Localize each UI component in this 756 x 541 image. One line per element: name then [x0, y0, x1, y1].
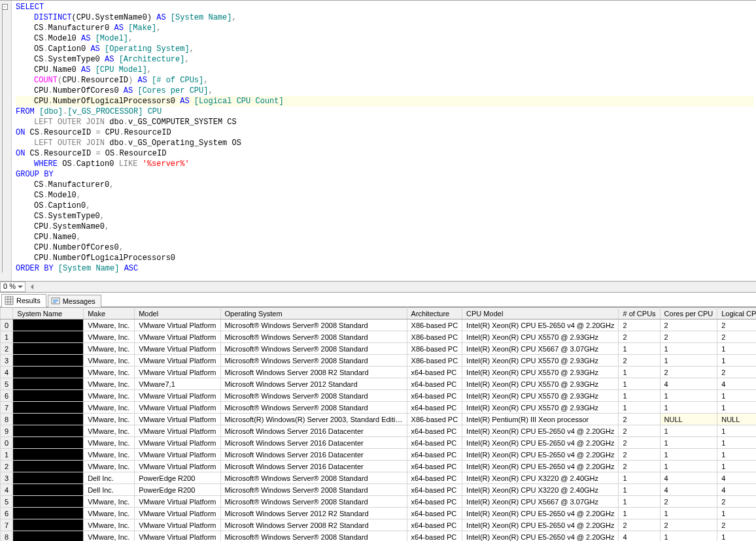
cell-arch[interactable]: X86-based PC — [407, 355, 462, 367]
cell-arch[interactable]: x64-based PC — [407, 390, 462, 402]
col-logical[interactable]: Logical CPU Count — [717, 308, 756, 320]
cell-cores[interactable]: 1 — [660, 425, 717, 437]
cell-system-name[interactable] — [13, 472, 84, 484]
cell-os[interactable]: Microsoft® Windows Server® 2008 Standard — [220, 402, 407, 414]
cell-arch[interactable]: x64-based PC — [407, 378, 462, 390]
table-row[interactable]: 4Dell Inc.PowerEdge R200Microsoft® Windo… — [1, 484, 757, 496]
cell-model[interactable]: VMware Virtual Platform — [135, 414, 220, 425]
cell-make[interactable]: VMware, Inc. — [84, 355, 135, 367]
cell-num-cpus[interactable]: 2 — [619, 449, 660, 461]
row-number[interactable]: 0 — [1, 320, 13, 331]
cell-cpu[interactable]: Intel(R) Xeon(R) CPU X5570 @ 2.93GHz — [462, 367, 619, 378]
cell-cpu[interactable]: Intel(R) Pentium(R) III Xeon processor — [462, 414, 619, 425]
cell-os[interactable]: Microsoft® Windows Server® 2008 Standard — [220, 484, 407, 496]
cell-system-name[interactable] — [13, 402, 84, 414]
table-row[interactable]: 5VMware, Inc.VMware Virtual PlatformMicr… — [1, 496, 757, 508]
cell-cores[interactable]: 1 — [660, 402, 717, 414]
sql-code[interactable]: SELECT DISTINCT(CPU.SystemName0) AS [Sys… — [13, 1, 756, 274]
cell-os[interactable]: Microsoft® Windows Server® 2008 Standard — [220, 331, 407, 343]
cell-model[interactable]: VMware Virtual Platform — [135, 496, 220, 508]
table-row[interactable]: 1VMware, Inc.VMware Virtual PlatformMicr… — [1, 331, 757, 343]
cell-logical[interactable]: 4 — [717, 472, 756, 484]
cell-system-name[interactable] — [13, 367, 84, 378]
cell-model[interactable]: VMware Virtual Platform — [135, 508, 220, 519]
cell-system-name[interactable] — [13, 484, 84, 496]
cell-cpu[interactable]: Intel(R) Xeon(R) CPU X5667 @ 3.07GHz — [462, 496, 619, 508]
cell-logical[interactable]: 1 — [717, 343, 756, 355]
row-number[interactable]: 7 — [1, 402, 13, 414]
cell-num-cpus[interactable]: 2 — [619, 320, 660, 331]
cell-cores[interactable]: 2 — [660, 519, 717, 531]
cell-cpu[interactable]: Intel(R) Xeon(R) CPU E5-2650 v4 @ 2.20GH… — [462, 508, 619, 519]
corner-cell[interactable] — [1, 308, 13, 320]
cell-cpu[interactable]: Intel(R) Xeon(R) CPU E5-2650 v4 @ 2.20GH… — [462, 449, 619, 461]
row-number[interactable]: 2 — [1, 343, 13, 355]
cell-model[interactable]: VMware Virtual Platform — [135, 437, 220, 449]
cell-model[interactable]: VMware Virtual Platform — [135, 425, 220, 437]
cell-make[interactable]: VMware, Inc. — [84, 320, 135, 331]
cell-os[interactable]: Microsoft Windows Server 2012 Standard — [220, 378, 407, 390]
cell-model[interactable]: VMware Virtual Platform — [135, 461, 220, 472]
cell-os[interactable]: Microsoft® Windows Server® 2008 Standard — [220, 390, 407, 402]
cell-make[interactable]: VMware, Inc. — [84, 390, 135, 402]
table-row[interactable]: 9VMware, Inc.VMware Virtual PlatformMicr… — [1, 425, 757, 437]
cell-arch[interactable]: x64-based PC — [407, 367, 462, 378]
cell-num-cpus[interactable]: 1 — [619, 484, 660, 496]
cell-logical[interactable]: 4 — [717, 484, 756, 496]
cell-logical[interactable]: 1 — [717, 355, 756, 367]
col-os[interactable]: Operating System — [220, 308, 407, 320]
table-row[interactable]: 1VMware, Inc.VMware Virtual PlatformMicr… — [1, 449, 757, 461]
cell-make[interactable]: Dell Inc. — [84, 472, 135, 484]
table-row[interactable]: 3VMware, Inc.VMware Virtual PlatformMicr… — [1, 355, 757, 367]
cell-logical[interactable]: 1 — [717, 449, 756, 461]
cell-model[interactable]: VMware7,1 — [135, 378, 220, 390]
col-model[interactable]: Model — [135, 308, 220, 320]
cell-logical[interactable]: 2 — [717, 367, 756, 378]
cell-make[interactable]: VMware, Inc. — [84, 461, 135, 472]
row-number[interactable]: 3 — [1, 355, 13, 367]
cell-arch[interactable]: x64-based PC — [407, 437, 462, 449]
cell-system-name[interactable] — [13, 449, 84, 461]
table-row[interactable]: 2VMware, Inc.VMware Virtual PlatformMicr… — [1, 343, 757, 355]
cell-num-cpus[interactable]: 2 — [619, 355, 660, 367]
cell-model[interactable]: VMware Virtual Platform — [135, 390, 220, 402]
cell-make[interactable]: VMware, Inc. — [84, 343, 135, 355]
cell-os[interactable]: Microsoft Windows Server 2016 Datacenter — [220, 461, 407, 472]
cell-logical[interactable]: 2 — [717, 331, 756, 343]
row-number[interactable]: 6 — [1, 390, 13, 402]
cell-arch[interactable]: X86-based PC — [407, 414, 462, 425]
cell-num-cpus[interactable]: 2 — [619, 519, 660, 531]
row-number[interactable]: 9 — [1, 425, 13, 437]
cell-model[interactable]: VMware Virtual Platform — [135, 449, 220, 461]
cell-model[interactable]: VMware Virtual Platform — [135, 402, 220, 414]
cell-num-cpus[interactable]: 1 — [619, 343, 660, 355]
cell-num-cpus[interactable]: 2 — [619, 437, 660, 449]
cell-model[interactable]: VMware Virtual Platform — [135, 320, 220, 331]
zoom-dropdown[interactable]: 0 % — [0, 282, 26, 292]
cell-cores[interactable]: 2 — [660, 320, 717, 331]
cell-cpu[interactable]: Intel(R) Xeon(R) CPU X5570 @ 2.93GHz — [462, 355, 619, 367]
cell-num-cpus[interactable]: 2 — [619, 331, 660, 343]
cell-make[interactable]: VMware, Inc. — [84, 367, 135, 378]
cell-arch[interactable]: x64-based PC — [407, 402, 462, 414]
cell-logical[interactable]: 2 — [717, 496, 756, 508]
cell-system-name[interactable] — [13, 437, 84, 449]
col-system-name[interactable]: System Name — [13, 308, 84, 320]
row-number[interactable]: 4 — [1, 367, 13, 378]
cell-num-cpus[interactable]: 1 — [619, 402, 660, 414]
row-number[interactable]: 1 — [1, 331, 13, 343]
cell-arch[interactable]: x64-based PC — [407, 519, 462, 531]
cell-num-cpus[interactable]: 4 — [619, 531, 660, 542]
cell-system-name[interactable] — [13, 355, 84, 367]
cell-model[interactable]: VMware Virtual Platform — [135, 343, 220, 355]
cell-os[interactable]: Microsoft Windows Server 2008 R2 Standar… — [220, 367, 407, 378]
cell-cores[interactable]: 1 — [660, 390, 717, 402]
table-row[interactable]: 0VMware, Inc.VMware Virtual PlatformMicr… — [1, 320, 757, 331]
cell-logical[interactable]: 1 — [717, 531, 756, 542]
cell-arch[interactable]: x64-based PC — [407, 425, 462, 437]
row-number[interactable]: 3 — [1, 472, 13, 484]
cell-make[interactable]: VMware, Inc. — [84, 331, 135, 343]
cell-logical[interactable]: 4 — [717, 378, 756, 390]
cell-system-name[interactable] — [13, 414, 84, 425]
cell-make[interactable]: VMware, Inc. — [84, 414, 135, 425]
